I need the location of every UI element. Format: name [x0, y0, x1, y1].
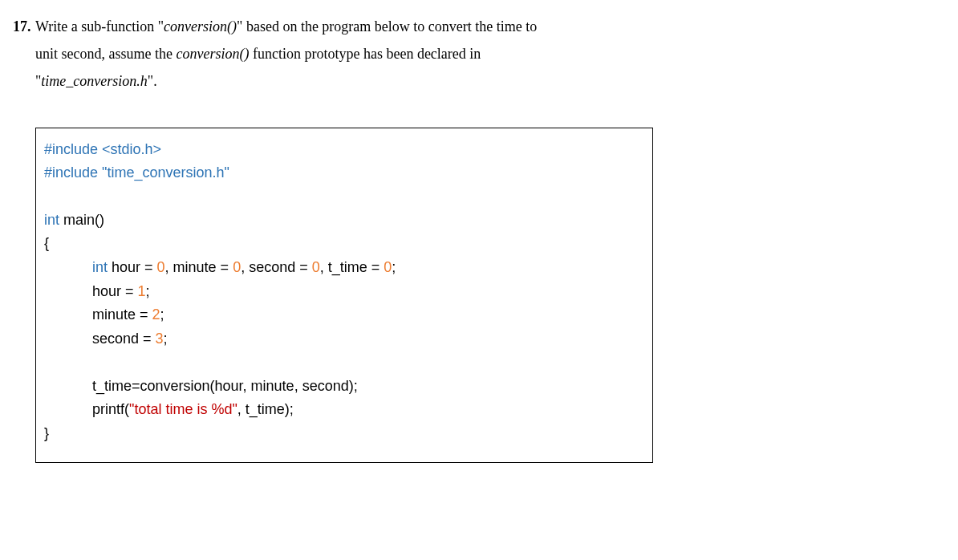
- main-decl: main(): [59, 212, 104, 228]
- code-line-1: #include <stdio.h>: [44, 138, 644, 162]
- l8-a: second =: [92, 331, 156, 347]
- code-line-9: t_time=conversion(hour, minute, second);: [92, 375, 644, 399]
- code-box: #include <stdio.h> #include "time_conver…: [35, 128, 653, 463]
- l6-b: ;: [146, 283, 150, 299]
- q-italic-1: conversion(): [164, 18, 237, 34]
- l10-a: printf(: [92, 401, 129, 417]
- include-kw-2: #include: [44, 164, 102, 181]
- l7-b: ;: [160, 306, 164, 323]
- q-italic-2: conversion(): [176, 46, 249, 62]
- l5-c: , minute =: [165, 259, 233, 275]
- code-line-8: second = 3;: [92, 327, 644, 351]
- l5-e: , t_time =: [320, 259, 384, 275]
- l6-n: 1: [138, 283, 146, 299]
- q-text-1a: Write a sub-function ": [35, 18, 164, 34]
- l10-b: , t_time);: [237, 401, 294, 417]
- l5-b: hour =: [108, 259, 157, 275]
- code-blank-1: [44, 185, 644, 209]
- code-blank-2: [44, 351, 644, 375]
- code-line-10: printf("total time is %d", t_time);: [92, 398, 644, 422]
- question-block: 17. Write a sub-function "conversion()" …: [13, 13, 958, 95]
- code-line-4: {: [44, 232, 644, 256]
- q-italic-3: time_conversion.h: [41, 73, 147, 89]
- question-number: 17.: [13, 13, 35, 40]
- l8-n: 3: [156, 331, 164, 347]
- l10-s: "total time is %d": [129, 401, 237, 417]
- code-line-2: #include "time_conversion.h": [44, 161, 644, 185]
- include-file-2: "time_conversion.h": [102, 164, 229, 181]
- code-line-5: int hour = 0, minute = 0, second = 0, t_…: [92, 256, 644, 280]
- l5-n2: 0: [233, 259, 241, 275]
- l5-d: , second =: [241, 259, 312, 275]
- q-text-3b: ".: [148, 73, 157, 89]
- code-line-3: int main(): [44, 209, 644, 233]
- question-text-line-1: Write a sub-function "conversion()" base…: [35, 13, 958, 40]
- include-kw-1: #include: [44, 141, 102, 157]
- q-text-1b: " based on the program below to convert …: [237, 18, 537, 34]
- question-text-line-2: unit second, assume the conversion() fun…: [35, 40, 879, 67]
- type-int-1: int: [44, 212, 59, 228]
- type-int-2: int: [92, 259, 108, 275]
- q-text-2a: unit second, assume the: [35, 46, 176, 62]
- l5-n4: 0: [384, 259, 392, 275]
- l6-a: hour =: [92, 283, 138, 299]
- q-text-2b: function prototype has been declared in: [249, 46, 481, 62]
- l8-b: ;: [164, 331, 168, 347]
- l5-n3: 0: [312, 259, 320, 275]
- brace-close: }: [44, 425, 49, 441]
- code-line-11: }: [44, 422, 644, 446]
- l5-f: ;: [392, 259, 396, 275]
- question-text-line-3: "time_conversion.h".: [35, 67, 879, 95]
- l7-n: 2: [152, 306, 160, 323]
- code-line-7: minute = 2;: [92, 303, 644, 327]
- include-file-1: <stdio.h>: [102, 141, 161, 157]
- question-line-1: 17. Write a sub-function "conversion()" …: [13, 13, 958, 40]
- l5-n1: 0: [157, 259, 165, 275]
- code-line-6: hour = 1;: [92, 280, 644, 304]
- l7-a: minute =: [92, 306, 152, 323]
- brace-open: {: [44, 235, 49, 251]
- l9: t_time=conversion(hour, minute, second);: [92, 378, 358, 394]
